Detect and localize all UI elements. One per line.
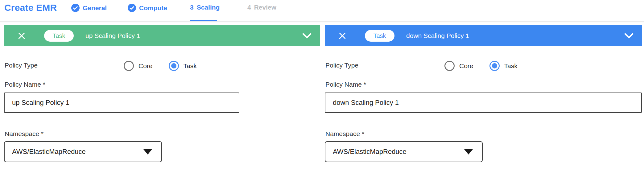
radio-core-circle[interactable]	[444, 61, 455, 71]
chevron-down-icon[interactable]	[624, 33, 634, 39]
radio-option-task[interactable]: Task	[169, 61, 197, 71]
policy-name-input[interactable]	[4, 93, 239, 113]
scaling-policy-panel-up: Task up Scaling Policy 1 Policy Type Cor…	[4, 0, 320, 169]
policy-name-input[interactable]	[325, 93, 642, 113]
policy-type-radio-group: Core Task	[444, 61, 518, 71]
radio-task-label: Task	[504, 62, 518, 70]
policy-type-radio-group: Core Task	[124, 61, 197, 71]
chevron-down-icon[interactable]	[302, 33, 312, 39]
radio-option-task[interactable]: Task	[489, 61, 518, 71]
radio-core-label: Core	[459, 62, 473, 70]
radio-option-core[interactable]: Core	[124, 61, 153, 71]
dropdown-arrow-icon	[143, 149, 152, 155]
radio-task-circle[interactable]	[169, 61, 179, 71]
policy-type-label: Policy Type	[5, 62, 38, 69]
policy-header-bar-down[interactable]: Task down Scaling Policy 1	[325, 25, 642, 46]
namespace-dropdown[interactable]: AWS/ElasticMapReduce	[4, 141, 162, 162]
policy-header-bar-up[interactable]: Task up Scaling Policy 1	[4, 25, 320, 46]
policy-type-label: Policy Type	[325, 62, 358, 69]
policy-bar-title: down Scaling Policy 1	[406, 32, 469, 39]
namespace-dropdown-value: AWS/ElasticMapReduce	[333, 148, 407, 156]
create-emr-screen: Create EMR General Compute 3 Scaling 4 R…	[0, 0, 644, 169]
radio-core-label: Core	[138, 62, 153, 70]
policy-type-badge: Task	[365, 30, 394, 42]
radio-task-label: Task	[184, 62, 197, 70]
namespace-label: Namespace *	[325, 130, 364, 138]
namespace-label: Namespace *	[5, 130, 43, 138]
namespace-dropdown[interactable]: AWS/ElasticMapReduce	[325, 141, 483, 162]
radio-option-core[interactable]: Core	[444, 61, 473, 71]
policy-type-badge: Task	[44, 30, 74, 42]
policy-name-label: Policy Name *	[325, 81, 366, 88]
policy-bar-title: up Scaling Policy 1	[85, 32, 140, 39]
policy-name-label: Policy Name *	[5, 81, 45, 88]
scaling-policy-panel-down: Task down Scaling Policy 1 Policy Type C…	[325, 0, 642, 169]
radio-task-circle[interactable]	[489, 61, 500, 71]
namespace-dropdown-value: AWS/ElasticMapReduce	[12, 148, 86, 156]
close-icon[interactable]	[17, 31, 26, 40]
radio-core-circle[interactable]	[124, 61, 134, 71]
dropdown-arrow-icon	[464, 149, 473, 155]
close-icon[interactable]	[338, 31, 347, 40]
